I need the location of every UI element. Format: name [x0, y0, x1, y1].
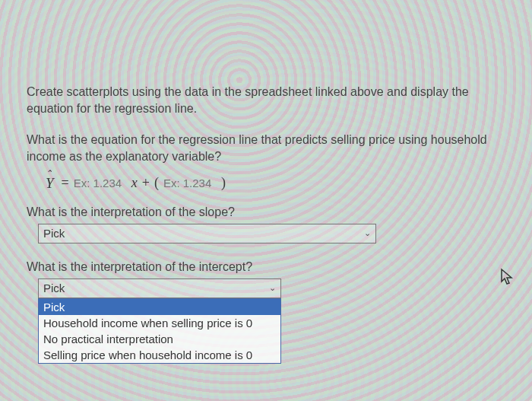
- intercept-option-selling-price[interactable]: Selling price when household income is 0: [39, 347, 280, 363]
- plus-sign: +: [142, 175, 150, 191]
- instruction-text: Create scatterplots using the data in th…: [27, 84, 505, 118]
- question-regression-equation: What is the equation for the regression …: [27, 132, 505, 166]
- yhat-symbol: Y: [46, 175, 54, 192]
- equals-sign: =: [62, 175, 69, 191]
- cursor-icon: [500, 268, 515, 286]
- right-paren: ): [221, 175, 226, 191]
- intercept-option-household-income[interactable]: Household income when selling price is 0: [39, 315, 280, 331]
- question-slope-interpretation: What is the interpretation of the slope?: [27, 205, 505, 219]
- intercept-dropdown-list: Pick Household income when selling price…: [38, 298, 281, 364]
- intercept-option-no-practical[interactable]: No practical interpretation: [39, 331, 280, 347]
- chevron-down-icon: ⌄: [269, 283, 276, 293]
- chevron-down-icon: ⌄: [364, 228, 371, 238]
- equation-row: Y = x + ( ): [46, 175, 505, 192]
- slope-select-value: Pick: [43, 227, 65, 240]
- intercept-input[interactable]: [163, 177, 217, 189]
- question-intercept-interpretation: What is the interpretation of the interc…: [27, 260, 505, 274]
- intercept-select-value: Pick: [43, 282, 65, 294]
- slope-interpretation-select[interactable]: Pick ⌄: [38, 224, 376, 243]
- slope-coefficient-input[interactable]: [74, 177, 127, 189]
- left-paren: (: [154, 175, 159, 191]
- intercept-option-pick[interactable]: Pick: [39, 299, 280, 315]
- x-variable: x: [131, 175, 138, 191]
- question-content: Create scatterplots using the data in th…: [0, 0, 532, 364]
- intercept-interpretation-select[interactable]: Pick ⌄: [38, 278, 281, 298]
